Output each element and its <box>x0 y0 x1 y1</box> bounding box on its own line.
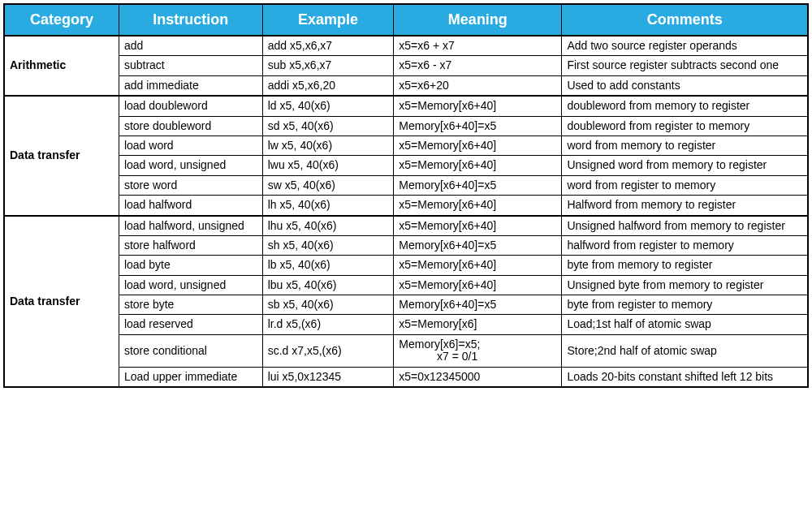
instruction-table: Category Instruction Example Meaning Com… <box>3 3 809 388</box>
table-row: load reservedlr.d x5,(x6)x5=Memory[x6]Lo… <box>4 315 808 334</box>
instruction-cell: load halfword, unsigned <box>119 216 262 236</box>
comments-cell: Unsigned halfword from memory to registe… <box>562 216 808 236</box>
example-cell: sd x5, 40(x6) <box>262 116 394 136</box>
comments-cell: Unsigned byte from memory to register <box>562 275 808 295</box>
instruction-cell: load doubleword <box>119 96 262 116</box>
comments-cell: Used to add constants <box>562 75 808 96</box>
header-category: Category <box>4 4 119 36</box>
table-row: store conditionalsc.d x7,x5,(x6)Memory[x… <box>4 334 808 367</box>
comments-cell: word from memory to register <box>562 136 808 155</box>
table-row: load bytelb x5, 40(x6)x5=Memory[x6+40]by… <box>4 256 808 275</box>
instruction-cell: subtract <box>119 56 262 75</box>
example-cell: lhu x5, 40(x6) <box>262 216 394 236</box>
comments-cell: Loads 20-bits constant shifted left 12 b… <box>562 367 808 387</box>
instruction-cell: add immediate <box>119 75 262 96</box>
header-comments: Comments <box>562 4 808 36</box>
table-row: Load upper immediatelui x5,0x12345x5=0x1… <box>4 367 808 387</box>
meaning-cell: x5=Memory[x6+40] <box>394 156 562 175</box>
table-row: store wordsw x5, 40(x6)Memory[x6+40]=x5w… <box>4 175 808 195</box>
example-cell: sh x5, 40(x6) <box>262 235 394 255</box>
category-cell: Data transfer <box>4 216 119 388</box>
category-cell: Data transfer <box>4 96 119 215</box>
table-row: load wordlw x5, 40(x6)x5=Memory[x6+40]wo… <box>4 136 808 155</box>
example-cell: sb x5, 40(x6) <box>262 295 394 315</box>
header-instruction: Instruction <box>119 4 262 36</box>
meaning-cell: Memory[x6+40]=x5 <box>394 295 562 315</box>
instruction-cell: store byte <box>119 295 262 315</box>
comments-cell: halfword from register to memory <box>562 235 808 255</box>
category-cell: Arithmetic <box>4 36 119 96</box>
instruction-cell: load word, unsigned <box>119 156 262 175</box>
table-row: Arithmeticaddadd x5,x6,x7x5=x6 + x7Add t… <box>4 36 808 56</box>
table-row: load halfwordlh x5, 40(x6)x5=Memory[x6+4… <box>4 196 808 216</box>
meaning-cell: x5=Memory[x6+40] <box>394 256 562 275</box>
instruction-cell: store word <box>119 175 262 195</box>
table-header-row: Category Instruction Example Meaning Com… <box>4 4 808 36</box>
meaning-cell: Memory[x6+40]=x5 <box>394 175 562 195</box>
example-cell: lui x5,0x12345 <box>262 367 394 387</box>
instruction-cell: load byte <box>119 256 262 275</box>
instruction-cell: load reserved <box>119 315 262 334</box>
table-row: add immediateaddi x5,x6,20x5=x6+20Used t… <box>4 75 808 96</box>
instruction-cell: load word <box>119 136 262 155</box>
instruction-cell: load word, unsigned <box>119 275 262 295</box>
table-row: store halfwordsh x5, 40(x6)Memory[x6+40]… <box>4 235 808 255</box>
table-row: store doublewordsd x5, 40(x6)Memory[x6+4… <box>4 116 808 136</box>
comments-cell: doubleword from memory to register <box>562 96 808 116</box>
table-row: load word, unsignedlbu x5, 40(x6)x5=Memo… <box>4 275 808 295</box>
meaning-cell: x5=Memory[x6+40] <box>394 136 562 155</box>
comments-cell: Unsigned word from memory to register <box>562 156 808 175</box>
comments-cell: word from register to memory <box>562 175 808 195</box>
meaning-cell: x5=x6 + x7 <box>394 36 562 56</box>
example-cell: lb x5, 40(x6) <box>262 256 394 275</box>
instruction-cell: Load upper immediate <box>119 367 262 387</box>
example-cell: sub x5,x6,x7 <box>262 56 394 75</box>
table-row: store bytesb x5, 40(x6)Memory[x6+40]=x5b… <box>4 295 808 315</box>
example-cell: addi x5,x6,20 <box>262 75 394 96</box>
meaning-cell: x5=Memory[x6+40] <box>394 216 562 236</box>
example-cell: lw x5, 40(x6) <box>262 136 394 155</box>
instruction-cell: store conditional <box>119 334 262 367</box>
header-meaning: Meaning <box>394 4 562 36</box>
instruction-cell: store doubleword <box>119 116 262 136</box>
meaning-cell: x5=Memory[x6] <box>394 315 562 334</box>
table-row: Data transferload halfword, unsignedlhu … <box>4 216 808 236</box>
comments-cell: Store;2nd half of atomic swap <box>562 334 808 367</box>
meaning-cell: x5=Memory[x6+40] <box>394 275 562 295</box>
comments-cell: byte from register to memory <box>562 295 808 315</box>
example-cell: lr.d x5,(x6) <box>262 315 394 334</box>
meaning-cell: Memory[x6]=x5; x7 = 0/1 <box>394 334 562 367</box>
comments-cell: Add two source register operands <box>562 36 808 56</box>
instruction-cell: load halfword <box>119 196 262 216</box>
example-cell: lwu x5, 40(x6) <box>262 156 394 175</box>
comments-cell: doubleword from register to memory <box>562 116 808 136</box>
example-cell: sc.d x7,x5,(x6) <box>262 334 394 367</box>
meaning-cell: x5=0x12345000 <box>394 367 562 387</box>
example-cell: ld x5, 40(x6) <box>262 96 394 116</box>
meaning-cell: Memory[x6+40]=x5 <box>394 235 562 255</box>
comments-cell: Halfword from memory to register <box>562 196 808 216</box>
table-row: load word, unsignedlwu x5, 40(x6)x5=Memo… <box>4 156 808 175</box>
meaning-cell: Memory[x6+40]=x5 <box>394 116 562 136</box>
table-row: Data transferload doublewordld x5, 40(x6… <box>4 96 808 116</box>
comments-cell: Load;1st half of atomic swap <box>562 315 808 334</box>
meaning-cell: x5=x6+20 <box>394 75 562 96</box>
example-cell: lbu x5, 40(x6) <box>262 275 394 295</box>
meaning-cell: x5=Memory[x6+40] <box>394 196 562 216</box>
instruction-cell: store halfword <box>119 235 262 255</box>
comments-cell: First source register subtracts second o… <box>562 56 808 75</box>
example-cell: sw x5, 40(x6) <box>262 175 394 195</box>
meaning-cell: x5=Memory[x6+40] <box>394 96 562 116</box>
table-row: subtractsub x5,x6,x7x5=x6 - x7First sour… <box>4 56 808 75</box>
comments-cell: byte from memory to register <box>562 256 808 275</box>
meaning-cell: x5=x6 - x7 <box>394 56 562 75</box>
header-example: Example <box>262 4 394 36</box>
example-cell: lh x5, 40(x6) <box>262 196 394 216</box>
instruction-cell: add <box>119 36 262 56</box>
example-cell: add x5,x6,x7 <box>262 36 394 56</box>
